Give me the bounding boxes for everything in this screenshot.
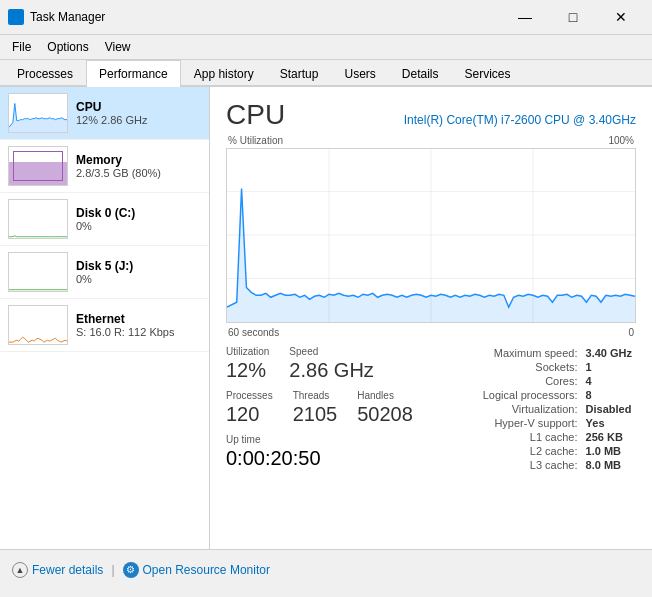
processes-label: Processes <box>226 390 273 401</box>
chart-x-label: 60 seconds <box>228 327 279 338</box>
utilization-value: 12% <box>226 359 269 382</box>
max-speed-row: Maximum speed: 3.40 GHz <box>479 346 636 360</box>
cpu-header: CPU Intel(R) Core(TM) i7-2600 CPU @ 3.40… <box>226 99 636 131</box>
sidebar-item-disk0[interactable]: Disk 0 (C:) 0% <box>0 193 209 246</box>
disk5-sidebar-value: 0% <box>76 273 201 285</box>
uptime-value: 0:00:20:50 <box>226 447 463 470</box>
minimize-button[interactable]: — <box>502 6 548 28</box>
processes-group: Processes 120 <box>226 390 273 426</box>
bottom-bar: ▲ Fewer details | ⚙ Open Resource Monito… <box>0 549 652 589</box>
tab-bar: Processes Performance App history Startu… <box>0 60 652 87</box>
cores-value: 4 <box>582 374 636 388</box>
title-bar-left: Task Manager <box>8 9 105 25</box>
tab-performance[interactable]: Performance <box>86 60 181 87</box>
cpu-sidebar-info: CPU 12% 2.86 GHz <box>76 100 201 126</box>
hyper-v-value: Yes <box>582 416 636 430</box>
sidebar-item-memory[interactable]: Memory 2.8/3.5 GB (80%) <box>0 140 209 193</box>
tab-details[interactable]: Details <box>389 60 452 87</box>
processes-threads-handles-row: Processes 120 Threads 2105 Handles 50208 <box>226 390 463 426</box>
stats-section: Utilization 12% Speed 2.86 GHz Processes… <box>226 346 636 472</box>
cpu-sidebar-value: 12% 2.86 GHz <box>76 114 201 126</box>
logical-processors-row: Logical processors: 8 <box>479 388 636 402</box>
sidebar-item-disk5[interactable]: Disk 5 (J:) 0% <box>0 246 209 299</box>
utilization-label: Utilization <box>226 346 269 357</box>
l1-label: L1 cache: <box>479 430 582 444</box>
memory-sidebar-info: Memory 2.8/3.5 GB (80%) <box>76 153 201 179</box>
sockets-row: Sockets: 1 <box>479 360 636 374</box>
l1-row: L1 cache: 256 KB <box>479 430 636 444</box>
uptime-label: Up time <box>226 434 463 445</box>
l2-value: 1.0 MB <box>582 444 636 458</box>
uptime-section: Up time 0:00:20:50 <box>226 434 463 470</box>
close-button[interactable]: ✕ <box>598 6 644 28</box>
disk0-sidebar-value: 0% <box>76 220 201 232</box>
cpu-mini-chart <box>8 93 68 133</box>
bottom-divider: | <box>111 563 114 577</box>
speed-group: Speed 2.86 GHz <box>289 346 373 382</box>
speed-value: 2.86 GHz <box>289 359 373 382</box>
max-speed-value: 3.40 GHz <box>582 346 636 360</box>
menu-view[interactable]: View <box>97 37 139 57</box>
cpu-model: Intel(R) Core(TM) i7-2600 CPU @ 3.40GHz <box>404 113 636 127</box>
cpu-chart <box>226 148 636 323</box>
svg-rect-1 <box>9 200 67 239</box>
cpu-sidebar-name: CPU <box>76 100 201 114</box>
threads-group: Threads 2105 <box>293 390 338 426</box>
l2-label: L2 cache: <box>479 444 582 458</box>
chart-label-bottom: 60 seconds 0 <box>226 327 636 338</box>
sidebar-item-ethernet[interactable]: Ethernet S: 16.0 R: 112 Kbps <box>0 299 209 352</box>
sockets-label: Sockets: <box>479 360 582 374</box>
l2-row: L2 cache: 1.0 MB <box>479 444 636 458</box>
disk5-mini-chart <box>8 252 68 292</box>
l3-row: L3 cache: 8.0 MB <box>479 458 636 472</box>
right-stats-table: Maximum speed: 3.40 GHz Sockets: 1 Cores… <box>479 346 636 472</box>
chevron-up-icon: ▲ <box>12 562 28 578</box>
maximize-button[interactable]: □ <box>550 6 596 28</box>
disk0-mini-chart <box>8 199 68 239</box>
svg-rect-2 <box>9 253 67 292</box>
right-stats: Maximum speed: 3.40 GHz Sockets: 1 Cores… <box>479 346 636 472</box>
logical-processors-label: Logical processors: <box>479 388 582 402</box>
menu-options[interactable]: Options <box>39 37 96 57</box>
chart-x-right: 0 <box>628 327 634 338</box>
tab-users[interactable]: Users <box>331 60 388 87</box>
memory-sidebar-value: 2.8/3.5 GB (80%) <box>76 167 201 179</box>
hyper-v-label: Hyper-V support: <box>479 416 582 430</box>
logical-processors-value: 8 <box>582 388 636 402</box>
handles-value: 50208 <box>357 403 413 426</box>
virtualization-row: Virtualization: Disabled <box>479 402 636 416</box>
disk0-sidebar-info: Disk 0 (C:) 0% <box>76 206 201 232</box>
max-speed-label: Maximum speed: <box>479 346 582 360</box>
chart-label-top: % Utilization 100% <box>226 135 636 146</box>
virtualization-value: Disabled <box>582 402 636 416</box>
sidebar-item-cpu[interactable]: CPU 12% 2.86 GHz <box>0 87 209 140</box>
memory-mini-chart <box>8 146 68 186</box>
sidebar: CPU 12% 2.86 GHz Memory 2.8/3.5 GB (80%) <box>0 87 210 549</box>
main-container: CPU 12% 2.86 GHz Memory 2.8/3.5 GB (80%) <box>0 87 652 549</box>
content-pane: CPU Intel(R) Core(TM) i7-2600 CPU @ 3.40… <box>210 87 652 549</box>
utilization-speed-row: Utilization 12% Speed 2.86 GHz <box>226 346 463 382</box>
tab-app-history[interactable]: App history <box>181 60 267 87</box>
utilization-group: Utilization 12% <box>226 346 269 382</box>
l1-value: 256 KB <box>582 430 636 444</box>
ethernet-sidebar-value: S: 16.0 R: 112 Kbps <box>76 326 201 338</box>
chart-y-max: 100% <box>608 135 634 146</box>
title-bar-controls: — □ ✕ <box>502 6 644 28</box>
ethernet-mini-chart <box>8 305 68 345</box>
ethernet-sidebar-name: Ethernet <box>76 312 201 326</box>
menu-bar: File Options View <box>0 35 652 60</box>
threads-value: 2105 <box>293 403 338 426</box>
ethernet-sidebar-info: Ethernet S: 16.0 R: 112 Kbps <box>76 312 201 338</box>
disk0-sidebar-name: Disk 0 (C:) <box>76 206 201 220</box>
cores-row: Cores: 4 <box>479 374 636 388</box>
handles-group: Handles 50208 <box>357 390 413 426</box>
menu-file[interactable]: File <box>4 37 39 57</box>
tab-services[interactable]: Services <box>452 60 524 87</box>
tab-processes[interactable]: Processes <box>4 60 86 87</box>
fewer-details-button[interactable]: ▲ Fewer details <box>12 562 103 578</box>
sockets-value: 1 <box>582 360 636 374</box>
open-resource-monitor-button[interactable]: ⚙ Open Resource Monitor <box>123 562 270 578</box>
threads-label: Threads <box>293 390 338 401</box>
speed-label: Speed <box>289 346 373 357</box>
tab-startup[interactable]: Startup <box>267 60 332 87</box>
